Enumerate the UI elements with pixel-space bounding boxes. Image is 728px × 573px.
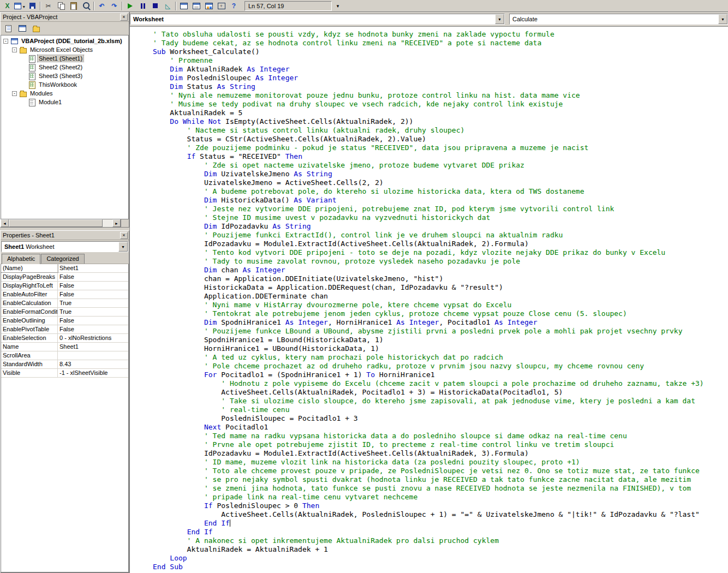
property-value[interactable]: False [58,317,128,325]
save-button[interactable] [26,1,39,11]
code-line[interactable]: ' A nakonec si opet inkrementujeme Aktua… [153,536,728,545]
code-line[interactable]: Dim chan As Integer [153,266,728,274]
undo-button[interactable] [96,1,108,11]
code-line[interactable]: Dim UzivatelskeJmeno As String [153,170,728,178]
code-line[interactable]: If Status = "RECEIVED" Then [153,152,728,161]
procedure-dropdown[interactable]: Calculate [509,14,728,25]
property-row[interactable]: EnableAutoFilterFalse [1,290,128,299]
code-line[interactable]: Do While Not IsEmpty(ActiveSheet.Cells(A… [153,117,728,126]
scrollbar-track[interactable] [9,219,112,227]
code-line[interactable]: ' se zmeni jina hodnota, tato funkce se … [153,484,728,493]
property-value[interactable]: 0 - xlNoRestrictions [58,334,128,342]
property-name[interactable]: EnableFormatConditions [1,308,58,316]
code-line[interactable]: UzivatelskeJmeno = ActiveSheet.Cells(2, … [153,178,728,187]
view-code-button[interactable] [2,23,15,34]
code-line[interactable]: ' real-time cenu [153,405,728,414]
code-line[interactable]: Status = CStr(ActiveSheet.Cells(Aktualni… [153,135,728,144]
redo-button[interactable] [108,1,121,11]
code-line[interactable]: ' Nyni ale nemuzeme monitorovat pouze je… [153,91,728,100]
object-dropdown[interactable]: Worksheet [130,14,505,25]
chevron-down-icon[interactable] [718,14,727,24]
tree-item-sheet3[interactable]: Sheet3 (Sheet3) [1,71,128,80]
code-line[interactable]: ' Tentokrat ale potrebujeme jenom jeden … [153,309,728,318]
code-line[interactable]: Dim PosledniSloupec As Integer [153,74,728,82]
property-row[interactable]: Visible-1 - xlSheetVisible [1,369,128,378]
find-button[interactable] [80,1,92,11]
code-line[interactable]: IdPozadavku = Module1.ExtractId(ActiveSh… [153,449,728,458]
property-row[interactable]: EnablePivotTableFalse [1,325,128,334]
property-name[interactable]: EnableAutoFilter [1,290,58,299]
help-button[interactable] [228,1,240,11]
tab-categorized[interactable]: Categorized [41,254,84,264]
view-object-button[interactable] [16,23,28,34]
property-name[interactable]: EnablePivotTable [1,325,58,333]
close-icon[interactable] [120,14,128,21]
code-line[interactable]: End If [153,528,728,536]
code-line[interactable]: ' Tady budeme cekat, az se hodnota contr… [153,39,728,47]
code-line[interactable]: ' A ted uz cyklus, ktery nam prochazi po… [153,353,728,362]
property-value[interactable]: False [58,282,128,290]
insert-userform-button[interactable] [14,1,26,11]
code-line[interactable]: ' Musime se tedy podivat na druhy sloupe… [153,100,728,109]
code-line[interactable]: ' Tento kod vytvori DDE pripojeni - toto… [153,248,728,257]
property-name[interactable]: ScrollArea [1,351,58,360]
code-line[interactable]: For Pocitadlo1 = (SpodniHranice1 + 1) To… [153,371,728,379]
toggle-folders-button[interactable] [29,23,42,34]
code-line[interactable]: ' Ted mame na radku vypsana historicka d… [153,432,728,440]
paste-button[interactable] [67,1,80,11]
project-explorer-button[interactable] [177,1,190,11]
code-line[interactable]: Dim Status As String [153,82,728,91]
reset-button[interactable] [149,1,162,11]
scroll-left-icon[interactable] [1,219,9,227]
code-line[interactable]: End Sub [153,563,728,571]
property-row[interactable]: EnableOutliningFalse [1,317,128,325]
property-value[interactable]: True [58,299,128,307]
code-line[interactable]: ' Nyni mame v HistArray dvourozmerne pol… [153,301,728,309]
tree-item-microsoft-excel-objects[interactable]: -Microsoft Excel Objects [1,45,128,54]
property-value[interactable]: False [58,290,128,299]
code-line[interactable]: Sub Worksheet_Calculate() [153,47,728,56]
code-line[interactable]: SpodniHranice1 = LBound(HistorickaData, … [153,336,728,344]
copy-button[interactable] [55,1,67,11]
code-line[interactable]: ' ID mame, muzeme vlozit link na histori… [153,458,728,467]
run-button[interactable] [124,1,136,11]
property-name[interactable]: EnableCalculation [1,299,58,307]
code-line[interactable]: End If [153,519,728,528]
chevron-down-icon[interactable] [22,3,26,9]
property-name[interactable]: DisplayPageBreaks [1,273,58,281]
code-line[interactable]: ' Pole chceme prochazet az od druheho ra… [153,362,728,371]
tree-item-sheet1[interactable]: Sheet1 (Sheet1) [1,54,128,63]
code-line[interactable]: ' Tady to musime zavolat rovnou, protoze… [153,257,728,266]
property-row[interactable]: (Name)Sheet1 [1,264,128,273]
code-line[interactable]: ' Hodnotu z pole vypiseme do Excelu (chc… [153,379,728,388]
code-editor[interactable]: ' Tato obsluha udalosti se pousti vzdy, … [130,27,728,573]
tree-item-module1[interactable]: Module1 [1,98,128,106]
code-line[interactable]: ' Jeste nez vytvorime DDE pripojeni, pot… [153,205,728,213]
code-line[interactable]: PosledniSloupec = Pocitadlo1 + 3 [153,414,728,423]
code-line[interactable]: ' A budeme potrebovat pole, do ktereho s… [153,187,728,196]
code-line[interactable]: Dim AktualniRadek As Integer [153,65,728,74]
close-icon[interactable] [120,232,128,239]
collapse-icon[interactable]: - [3,39,8,44]
code-line[interactable]: Application.DDETerminate chan [153,292,728,301]
property-value[interactable]: Sheet1 [58,343,128,351]
property-row[interactable]: NameSheet1 [1,343,128,351]
property-name[interactable]: EnableOutlining [1,317,58,325]
code-line[interactable]: ' Stejne ID musime uvest v pozadavku na … [153,213,728,222]
code-line[interactable]: ActiveSheet.Cells(AktualniRadek, Posledn… [153,510,728,519]
code-line[interactable]: Dim IdPozadavku As String [153,222,728,231]
code-line[interactable]: ' Take si ulozime cislo sloupce, do kter… [153,397,728,405]
chevron-down-icon[interactable] [495,14,504,24]
code-line[interactable]: ' Pouzijeme funkci ExtractId(), control … [153,231,728,240]
object-browser-button[interactable] [202,1,215,11]
collapse-icon[interactable]: - [12,91,17,96]
code-line[interactable]: IdPozadavku = Module1.ExtractId(ActiveSh… [153,240,728,248]
cut-button[interactable] [42,1,55,11]
tree-item-modules[interactable]: -Modules [1,89,128,98]
toolbar-options-icon[interactable] [334,1,342,11]
code-line[interactable]: HorniHranice1 = UBound(HistorickaData, 1… [153,344,728,353]
code-line[interactable]: HistorickaData = Application.DDERequest(… [153,283,728,292]
code-line[interactable]: Dim HistorickaData() As Variant [153,196,728,205]
code-line[interactable]: ' Nacteme si status control linku (aktua… [153,126,728,135]
code-line[interactable]: AktualniRadek = 5 [153,109,728,117]
